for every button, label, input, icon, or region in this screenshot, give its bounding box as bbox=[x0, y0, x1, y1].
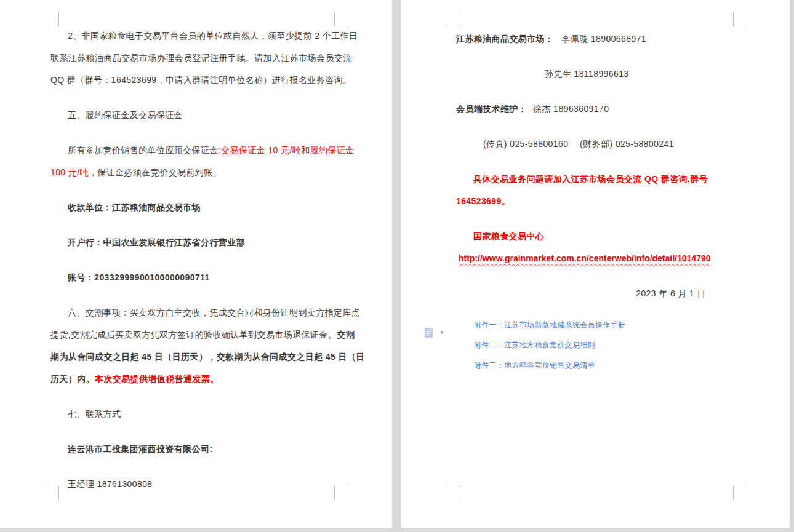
dropdown-caret-icon[interactable]: ▼ bbox=[439, 326, 444, 339]
attachment-2-link[interactable]: 江苏地方粮食竞价交易细则 bbox=[504, 341, 595, 349]
market-contact-label: 江苏粮油商品交易市场： bbox=[456, 34, 553, 44]
attachment-1-label: 附件一： bbox=[474, 320, 504, 329]
deposit-note-text: ，保证金必须在竞价交易前到账。 bbox=[89, 167, 222, 177]
paste-options-button[interactable]: ▼ bbox=[422, 326, 444, 339]
text-line: 历天）内。本次交易提供增值税普通发票。 bbox=[50, 368, 340, 390]
text-line: 所有参加竞价销售的单位应预交保证金:交易保证金 10 元/吨和履约保证金 bbox=[50, 139, 340, 161]
grain-center-block: 国家粮食交易中心 http://www.grainmarket.com.cn/c… bbox=[456, 225, 740, 269]
delivery-period-text: 历天）内。 bbox=[50, 374, 95, 384]
secondary-contact-line: 孙先生 18118996613 bbox=[456, 63, 740, 85]
page-1-text-area: 2、非国家粮食电子交易平台会员的单位或自然人，须至少提前 2 个工作日 联系江苏… bbox=[50, 25, 340, 508]
manager-contact-line: 王经理 18761300808 bbox=[50, 473, 340, 495]
attachment-row: 附件一：江苏市场新版地储系统会员操作手册 bbox=[474, 315, 740, 335]
attachment-links: 附件一：江苏市场新版地储系统会员操作手册 附件二：江苏地方粮食竞价交易细则 附件… bbox=[456, 315, 740, 376]
fax-finance-line: (传真) 025-58800160 (财务部) 025-58800241 bbox=[456, 133, 740, 155]
crop-mark-top-right-icon bbox=[733, 12, 746, 26]
qq-group-notice-text: 具体交易业务问题请加入江苏市场会员交流 QQ 群咨询,群号164523699。 bbox=[456, 174, 708, 206]
manager-contact-text: 王经理 18761300808 bbox=[68, 479, 153, 489]
tech-support-line: 会员端技术维护：徐杰 18963609170 bbox=[456, 98, 740, 120]
document-date-line: 2023 年 6 月 1 日 bbox=[456, 282, 740, 304]
grain-center-name-text: 国家粮食交易中心 bbox=[456, 225, 740, 247]
heading-section-5: 五、履约保证金及交易保证金 bbox=[50, 104, 340, 126]
account-number-line: 账号：20332999900100000090711 bbox=[50, 266, 340, 288]
attachment-3-label: 附件三： bbox=[474, 361, 504, 370]
paragraph-delivery: 六、交割事项：买卖双方自主交收，凭成交合同和身份证明到卖方指定库点 提货,交割完… bbox=[50, 301, 340, 390]
text-line: 期为从合同成交之日起 45 日（日历天），交款期为从合同成交之日起 45 日（日 bbox=[50, 346, 340, 368]
word-print-layout-canvas: { "colors": { "canvas_bg": "#d9d9d9", "p… bbox=[0, 0, 794, 532]
crop-mark-bottom-right-icon bbox=[733, 486, 746, 500]
attachment-2-label: 附件二： bbox=[474, 341, 504, 349]
invoice-notice-text: 本次交易提供增值税普通发票。 bbox=[95, 374, 219, 384]
heading-section-7: 七、联系方式 bbox=[50, 403, 340, 425]
company-name-text: 连云港市工投集团灌西投资有限公司: bbox=[68, 444, 212, 454]
paragraph-membership-registration: 2、非国家粮食电子交易平台会员的单位或自然人，须至少提前 2 个工作日 联系江苏… bbox=[50, 25, 340, 91]
document-page-2: ▼ 江苏粮油商品交易市场：李佩璇 18900668971 孙先生 1811899… bbox=[401, 0, 790, 528]
text-line: 六、交割事项：买卖双方自主交收，凭成交合同和身份证明到卖方指定库点 bbox=[50, 301, 340, 324]
qq-group-notice-line: 具体交易业务问题请加入江苏市场会员交流 QQ 群咨询,群号164523699。 bbox=[456, 168, 740, 212]
tech-support-value: 徐杰 18963609170 bbox=[533, 104, 609, 114]
delivery-text: 提货,交割完成后买卖双方凭双方签订的验收确认单到交易市场退保证金。 bbox=[50, 330, 337, 339]
attachment-row: 附件三：地方稻谷竞价销售交易清单 bbox=[474, 355, 740, 376]
crop-mark-bottom-left-icon bbox=[446, 486, 459, 500]
secondary-contact-text: 孙先生 18118996613 bbox=[545, 69, 629, 79]
payee-text: 收款单位：江苏粮油商品交易市场 bbox=[68, 202, 201, 212]
document-date-text: 2023 年 6 月 1 日 bbox=[636, 288, 706, 298]
text-line: 2、非国家粮食电子交易平台会员的单位或自然人，须至少提前 2 个工作日 bbox=[50, 25, 340, 47]
market-contact-value: 李佩璇 18900668971 bbox=[561, 34, 646, 44]
company-line: 连云港市工投集团灌西投资有限公司: bbox=[50, 438, 340, 460]
text-line: QQ 群（群号：164523699，申请入群请注明单位名称）进行报名业务咨询。 bbox=[50, 69, 340, 91]
deposit-amount-text: 交易保证金 10 元/吨和履约保证金 bbox=[221, 145, 354, 155]
text-line: 提货,交割完成后买卖双方凭双方签订的验收确认单到交易市场退保证金。交割 bbox=[50, 324, 340, 346]
deposit-amount-text: 100 元/吨 bbox=[50, 167, 89, 177]
text-line: 100 元/吨，保证金必须在竞价交易前到账。 bbox=[50, 161, 340, 183]
page-2-text-area: 江苏粮油商品交易市场：李佩璇 18900668971 孙先生 181189966… bbox=[456, 28, 740, 376]
fax-finance-text: (传真) 025-58800160 (财务部) 025-58800241 bbox=[483, 139, 674, 149]
bank-text: 开户行：中国农业发展银行江苏省分行营业部 bbox=[68, 237, 245, 247]
text-line: http://www.grainmarket.com.cn/centerweb/… bbox=[456, 247, 740, 269]
tech-support-label: 会员端技术维护： bbox=[456, 104, 527, 114]
attachment-3-link[interactable]: 地方稻谷竞价销售交易清单 bbox=[504, 361, 595, 370]
account-number-text: 账号：20332999900100000090711 bbox=[68, 272, 210, 282]
text-line: 联系江苏粮油商品交易市场办理会员登记注册手续。请加入江苏市场会员交流 bbox=[50, 47, 340, 69]
heading-text: 七、联系方式 bbox=[68, 409, 121, 419]
crop-mark-top-left-icon bbox=[446, 12, 459, 26]
deposit-intro-text: 所有参加竞价销售的单位应预交保证金: bbox=[68, 145, 221, 155]
payee-line: 收款单位：江苏粮油商品交易市场 bbox=[50, 196, 340, 218]
grain-center-url-text: http://www.grainmarket.com.cn/centerweb/… bbox=[459, 253, 711, 263]
delivery-period-text: 交割 bbox=[337, 330, 355, 339]
market-contact-line: 江苏粮油商品交易市场：李佩璇 18900668971 bbox=[456, 28, 740, 50]
bank-line: 开户行：中国农业发展银行江苏省分行营业部 bbox=[50, 231, 340, 253]
document-page-1: 2、非国家粮食电子交易平台会员的单位或自然人，须至少提前 2 个工作日 联系江苏… bbox=[0, 0, 392, 528]
attachment-row: 附件二：江苏地方粮食竞价交易细则 bbox=[474, 335, 740, 355]
attachment-1-link[interactable]: 江苏市场新版地储系统会员操作手册 bbox=[504, 320, 625, 329]
heading-text: 五、履约保证金及交易保证金 bbox=[68, 110, 183, 120]
paragraph-deposit: 所有参加竞价销售的单位应预交保证金:交易保证金 10 元/吨和履约保证金 100… bbox=[50, 139, 340, 183]
paste-options-icon bbox=[422, 326, 436, 339]
